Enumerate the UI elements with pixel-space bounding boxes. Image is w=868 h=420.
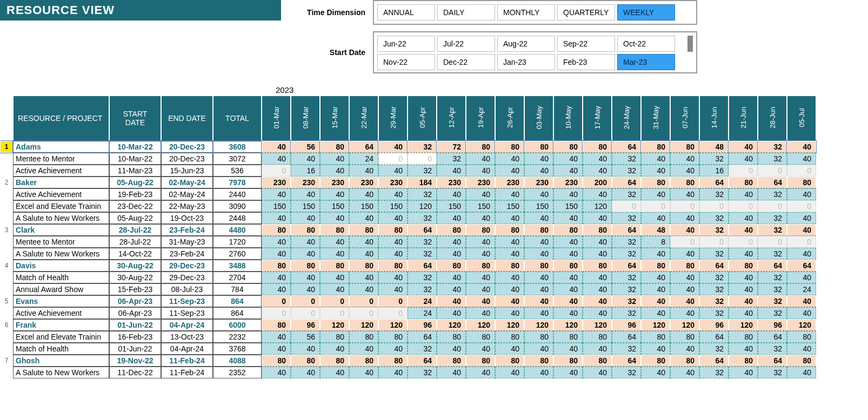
cell-value: 32 [612, 153, 641, 165]
cell-total: 2760 [213, 248, 262, 260]
col-header-week[interactable]: 05-Apr [408, 96, 437, 141]
table-row[interactable]: 4Davis30-Aug-2229-Dec-233488808080808064… [0, 260, 816, 272]
col-header-week[interactable]: 31-May [641, 96, 670, 141]
cell-start-date: 14-Oct-22 [109, 248, 161, 260]
cell-value: 80 [437, 355, 466, 367]
start-date-option[interactable]: Mar-23 [617, 54, 675, 70]
table-row[interactable]: Active Achievement11-Mar-2315-Jun-235360… [0, 165, 816, 177]
row-index: 5 [0, 295, 13, 307]
cell-value: 32 [408, 283, 437, 295]
col-header-week[interactable]: 22-Mar [349, 96, 378, 141]
time-dimension-slicer[interactable]: ANNUALDAILYMONTHLYQUARTERLYWEEKLY [373, 0, 697, 25]
table-row[interactable]: Excel and Elevate Trainin16-Feb-2313-Oct… [0, 331, 816, 343]
cell-value: 230 [349, 177, 378, 188]
table-row[interactable]: Mentee to Mentor28-Jul-2231-May-23172040… [0, 236, 816, 248]
start-date-slicer[interactable]: Jun-22Jul-22Aug-22Sep-22Oct-22Nov-22Dec-… [373, 31, 697, 73]
table-row[interactable]: Match of Health01-Jun-2204-Apr-243768404… [0, 343, 816, 355]
start-date-option[interactable]: Nov-22 [377, 54, 435, 70]
cell-value: 0 [262, 295, 291, 307]
col-header-week[interactable]: 01-Mar [262, 96, 291, 141]
table-row[interactable]: A Salute to New Workers05-Aug-2219-Oct-2… [0, 212, 816, 224]
cell-value: 64 [612, 224, 641, 236]
cell-value: 32 [758, 188, 787, 200]
cell-value: 80 [729, 260, 758, 272]
cell-value: 40 [787, 343, 816, 355]
cell-value: 150 [466, 200, 495, 212]
cell-value: 40 [378, 272, 408, 283]
col-header-week[interactable]: 21-Jun [729, 96, 758, 141]
time-dimension-option[interactable]: QUARTERLY [557, 4, 615, 21]
col-header-week[interactable]: 26-Apr [495, 96, 524, 141]
table-row[interactable]: Active Achievement19-Feb-2302-May-242440… [0, 188, 816, 200]
col-header-week[interactable]: 15-Mar [320, 96, 349, 141]
table-row[interactable]: Excel and Elevate Trainin23-Dec-2222-May… [0, 200, 816, 212]
cell-value: 64 [408, 224, 437, 236]
table-row[interactable]: Active Achievement06-Apr-2311-Sep-238640… [0, 307, 816, 319]
start-date-option[interactable]: Aug-22 [497, 36, 555, 52]
table-row[interactable]: 6Frank01-Jun-2204-Apr-246000809612012012… [0, 319, 816, 331]
cell-value: 0 [349, 307, 378, 319]
cell-value: 40 [641, 165, 670, 177]
start-date-option[interactable]: May-23 [437, 72, 495, 73]
col-header-week[interactable]: 19-Apr [466, 96, 495, 141]
col-header-week[interactable]: 14-Jun [699, 96, 729, 141]
start-date-option[interactable]: Oct-22 [617, 36, 675, 52]
cell-name: Ghosh [13, 355, 109, 367]
time-dimension-option[interactable]: MONTHLY [497, 4, 555, 21]
time-dimension-option[interactable]: DAILY [437, 4, 495, 21]
resource-table: RESOURCE / PROJECT START DATE END DATE T… [0, 96, 816, 378]
table-row[interactable]: 5Evans06-Apr-2311-Sep-238640000024404040… [0, 295, 816, 307]
start-date-option[interactable]: Jul-22 [437, 36, 495, 52]
start-date-option[interactable]: Apr-23 [377, 72, 435, 73]
cell-value: 0 [320, 307, 349, 319]
cell-value: 0 [378, 307, 408, 319]
table-row[interactable]: A Salute to New Workers14-Oct-2223-Feb-2… [0, 248, 816, 260]
col-header-week[interactable]: 28-Jun [758, 96, 787, 141]
cell-value: 40 [641, 272, 670, 283]
cell-value: 120 [553, 319, 583, 331]
start-date-option[interactable]: Jan-23 [497, 54, 555, 70]
col-header-week[interactable]: 29-Mar [378, 96, 408, 141]
table-row[interactable]: Match of Health30-Aug-2229-Dec-232704404… [0, 272, 816, 283]
scrollbar-thumb[interactable] [687, 36, 693, 52]
start-date-option[interactable]: Dec-22 [437, 54, 495, 70]
table-row[interactable]: 3Clark28-Jul-2223-Feb-244480808080808064… [0, 224, 816, 236]
cell-total: 2448 [213, 212, 262, 224]
col-header-week[interactable]: 10-May [553, 96, 583, 141]
table-row[interactable]: Annual Award Show15-Feb-2308-Jul-2378440… [0, 283, 816, 295]
cell-value: 40 [641, 307, 670, 319]
cell-value: 120 [495, 319, 524, 331]
time-dimension-option[interactable]: ANNUAL [377, 4, 435, 21]
col-header-week[interactable]: 17-May [583, 96, 612, 141]
table-row[interactable]: 2Baker05-Aug-2202-May-247978230230230230… [0, 177, 816, 188]
cell-value: 0 [262, 307, 291, 319]
start-date-option[interactable]: Sep-22 [557, 36, 615, 52]
col-header-week[interactable]: 24-May [612, 96, 641, 141]
time-dimension-option[interactable]: WEEKLY [617, 4, 675, 21]
col-header-start[interactable]: START DATE [109, 96, 161, 141]
col-header-total[interactable]: TOTAL [213, 96, 262, 141]
cell-value: 40 [553, 212, 583, 224]
table-row[interactable]: A Salute to New Workers11-Dec-2211-Feb-2… [0, 367, 816, 378]
table-row[interactable]: 7Ghosh19-Nov-2211-Feb-244088808080808064… [0, 355, 816, 367]
cell-value: 32 [408, 212, 437, 224]
cell-value: 40 [262, 212, 291, 224]
col-header-week[interactable]: 07-Jun [670, 96, 699, 141]
col-header-week[interactable]: 12-Apr [437, 96, 466, 141]
start-date-option[interactable]: Aug-23 [617, 72, 675, 73]
cell-value: 64 [758, 355, 787, 367]
start-date-option[interactable]: Jun-23 [497, 72, 555, 73]
table-row[interactable]: Mentee to Mentor10-Mar-2220-Dec-23307240… [0, 153, 816, 165]
start-date-option[interactable]: Jun-22 [377, 36, 435, 52]
row-index [0, 272, 13, 283]
col-header-week[interactable]: 08-Mar [291, 96, 320, 141]
table-row[interactable]: 1Adams10-Mar-2220-Dec-233608405680644032… [0, 141, 816, 153]
start-date-option[interactable]: Feb-23 [557, 54, 615, 70]
start-date-option[interactable]: Jul-23 [557, 72, 615, 73]
col-header-week[interactable]: 03-May [524, 96, 553, 141]
col-header-end[interactable]: END DATE [161, 96, 213, 141]
cell-start-date: 10-Mar-22 [109, 141, 161, 153]
col-header-week[interactable]: 05-Jul [787, 96, 816, 141]
cell-value: 40 [553, 343, 583, 355]
col-header-resource[interactable]: RESOURCE / PROJECT [13, 96, 109, 141]
